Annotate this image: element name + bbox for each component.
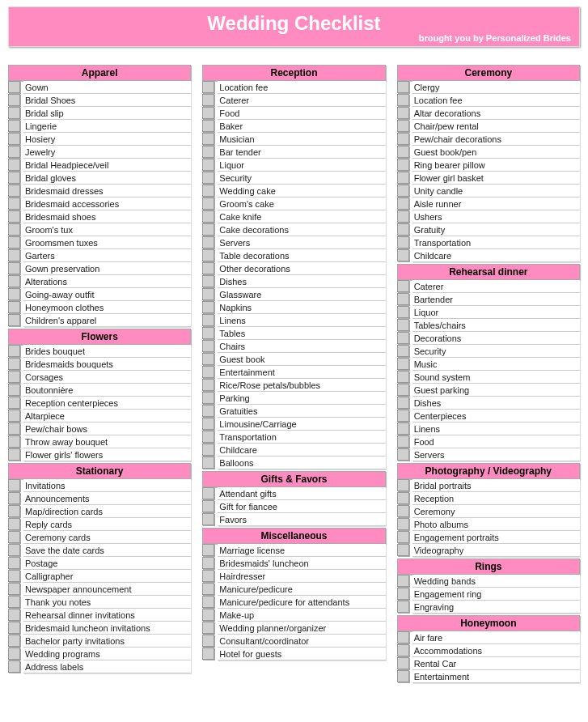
checkbox[interactable]: [8, 210, 20, 223]
checkbox[interactable]: [8, 410, 20, 422]
checkbox[interactable]: [8, 492, 20, 504]
checkbox[interactable]: [202, 185, 214, 197]
checkbox[interactable]: [202, 159, 214, 171]
checkbox[interactable]: [397, 120, 409, 132]
checkbox[interactable]: [8, 301, 20, 313]
checkbox[interactable]: [202, 596, 214, 608]
checkbox[interactable]: [202, 609, 214, 621]
checkbox[interactable]: [397, 492, 409, 504]
checkbox[interactable]: [202, 444, 214, 456]
checkbox[interactable]: [8, 384, 20, 396]
checkbox[interactable]: [397, 644, 409, 656]
checkbox[interactable]: [397, 81, 409, 93]
checkbox[interactable]: [8, 635, 20, 647]
checkbox[interactable]: [397, 544, 409, 556]
checkbox[interactable]: [202, 570, 214, 582]
checkbox[interactable]: [397, 332, 409, 344]
checkbox[interactable]: [8, 133, 20, 145]
checkbox[interactable]: [8, 371, 20, 383]
checkbox[interactable]: [8, 94, 20, 106]
checkbox[interactable]: [8, 609, 20, 621]
checkbox[interactable]: [8, 596, 20, 608]
checkbox[interactable]: [397, 197, 409, 210]
checkbox[interactable]: [202, 557, 214, 569]
checkbox[interactable]: [8, 249, 20, 261]
checkbox[interactable]: [8, 120, 20, 132]
checkbox[interactable]: [397, 384, 409, 396]
checkbox[interactable]: [8, 570, 20, 582]
checkbox[interactable]: [8, 660, 20, 673]
checkbox[interactable]: [397, 601, 409, 613]
checkbox[interactable]: [202, 210, 214, 223]
checkbox[interactable]: [202, 146, 214, 158]
checkbox[interactable]: [8, 479, 20, 491]
checkbox[interactable]: [397, 306, 409, 318]
checkbox[interactable]: [202, 392, 214, 404]
checkbox[interactable]: [397, 319, 409, 331]
checkbox[interactable]: [397, 588, 409, 600]
checkbox[interactable]: [8, 622, 20, 634]
checkbox[interactable]: [202, 314, 214, 326]
checkbox[interactable]: [397, 479, 409, 491]
checkbox[interactable]: [8, 531, 20, 543]
checkbox[interactable]: [8, 423, 20, 435]
checkbox[interactable]: [8, 275, 20, 287]
checkbox[interactable]: [397, 172, 409, 184]
checkbox[interactable]: [8, 648, 20, 660]
checkbox[interactable]: [8, 159, 20, 171]
checkbox[interactable]: [202, 249, 214, 261]
checkbox[interactable]: [202, 487, 214, 499]
checkbox[interactable]: [202, 236, 214, 248]
checkbox[interactable]: [397, 358, 409, 370]
checkbox[interactable]: [8, 236, 20, 248]
checkbox[interactable]: [8, 583, 20, 595]
checkbox[interactable]: [202, 635, 214, 647]
checkbox[interactable]: [202, 431, 214, 443]
checkbox[interactable]: [397, 210, 409, 223]
checkbox[interactable]: [397, 410, 409, 422]
checkbox[interactable]: [8, 197, 20, 210]
checkbox[interactable]: [397, 236, 409, 248]
checkbox[interactable]: [202, 366, 214, 378]
checkbox[interactable]: [8, 448, 20, 461]
checkbox[interactable]: [397, 518, 409, 530]
checkbox[interactable]: [8, 107, 20, 119]
checkbox[interactable]: [202, 622, 214, 634]
checkbox[interactable]: [397, 107, 409, 119]
checkbox[interactable]: [8, 288, 20, 300]
checkbox[interactable]: [8, 81, 20, 93]
checkbox[interactable]: [397, 371, 409, 383]
checkbox[interactable]: [202, 223, 214, 236]
checkbox[interactable]: [397, 223, 409, 236]
checkbox[interactable]: [397, 293, 409, 305]
checkbox[interactable]: [8, 262, 20, 274]
checkbox[interactable]: [397, 423, 409, 435]
checkbox[interactable]: [8, 146, 20, 158]
checkbox[interactable]: [8, 505, 20, 517]
checkbox[interactable]: [202, 327, 214, 339]
checkbox[interactable]: [202, 301, 214, 313]
checkbox[interactable]: [397, 670, 409, 682]
checkbox[interactable]: [202, 340, 214, 352]
checkbox[interactable]: [397, 657, 409, 669]
checkbox[interactable]: [397, 505, 409, 517]
checkbox[interactable]: [397, 249, 409, 261]
checkbox[interactable]: [202, 94, 214, 106]
checkbox[interactable]: [202, 120, 214, 132]
checkbox[interactable]: [397, 133, 409, 145]
checkbox[interactable]: [8, 557, 20, 569]
checkbox[interactable]: [397, 185, 409, 197]
checkbox[interactable]: [8, 314, 20, 326]
checkbox[interactable]: [202, 379, 214, 391]
checkbox[interactable]: [8, 544, 20, 556]
checkbox[interactable]: [202, 353, 214, 365]
checkbox[interactable]: [8, 435, 20, 448]
checkbox[interactable]: [202, 197, 214, 210]
checkbox[interactable]: [202, 275, 214, 287]
checkbox[interactable]: [397, 448, 409, 461]
checkbox[interactable]: [202, 262, 214, 274]
checkbox[interactable]: [202, 405, 214, 417]
checkbox[interactable]: [397, 159, 409, 171]
checkbox[interactable]: [8, 172, 20, 184]
checkbox[interactable]: [202, 418, 214, 430]
